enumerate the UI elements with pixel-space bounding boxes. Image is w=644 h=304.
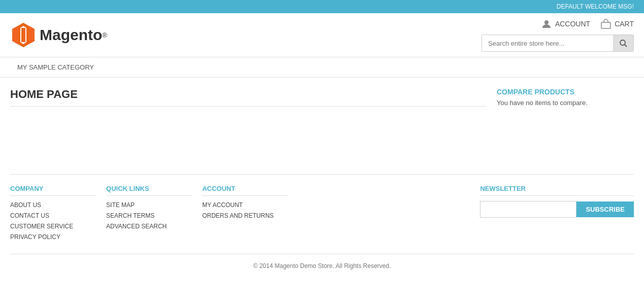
list-item: ABOUT US <box>10 201 96 209</box>
customer-service-link[interactable]: CUSTOMER SERVICE <box>10 223 73 230</box>
footer-col-newsletter: NEWSLETTER SUBSCRIBE <box>480 185 634 244</box>
list-item: PRIVACY POLICY <box>10 233 96 241</box>
account-link[interactable]: ACCOUNT <box>541 18 590 29</box>
footer-col-quick-links: QUICK LINKS SITE MAP SEARCH TERMS ADVANC… <box>106 185 202 244</box>
page-title-area: HOME PAGE <box>10 88 487 164</box>
footer-copyright: © 2014 Magento Demo Store. All Rights Re… <box>0 254 644 278</box>
header: Magento® ACCOUNT CART <box>0 13 644 57</box>
search-icon <box>619 39 627 47</box>
list-item: CONTACT US <box>10 212 96 219</box>
search-terms-link[interactable]: SEARCH TERMS <box>106 212 154 219</box>
my-account-link[interactable]: MY ACCOUNT <box>202 201 243 209</box>
svg-point-5 <box>544 20 549 24</box>
footer-col-account: ACCOUNT MY ACCOUNT ORDERS AND RETURNS <box>202 185 298 244</box>
main-content: HOME PAGE COMPARE PRODUCTS You have no i… <box>0 78 644 169</box>
subscribe-button[interactable]: SUBSCRIBE <box>576 201 634 217</box>
list-item: ADVANCED SEARCH <box>106 222 192 230</box>
account-label: ACCOUNT <box>555 20 590 28</box>
compare-products-text: You have no items to compare. <box>497 99 634 107</box>
logo-text-area: Magento® <box>40 26 107 44</box>
magento-logo-icon <box>10 22 37 48</box>
list-item: ORDERS AND RETURNS <box>202 212 288 219</box>
svg-rect-4 <box>23 28 25 42</box>
footer-account-links: MY ACCOUNT ORDERS AND RETURNS <box>202 201 288 219</box>
cart-link[interactable]: CART <box>600 18 634 29</box>
svg-point-7 <box>620 40 625 45</box>
site-map-link[interactable]: SITE MAP <box>106 201 135 209</box>
logo-text: Magento <box>40 26 102 43</box>
list-item: SEARCH TERMS <box>106 212 192 219</box>
privacy-policy-link[interactable]: PRIVACY POLICY <box>10 233 60 241</box>
header-right: ACCOUNT CART <box>481 18 634 52</box>
search-input[interactable] <box>482 36 613 51</box>
account-icon <box>541 18 552 29</box>
advanced-search-link[interactable]: ADVANCED SEARCH <box>106 223 167 230</box>
footer-col-company: COMPANY ABOUT US CONTACT US CUSTOMER SER… <box>10 185 106 244</box>
welcome-message: DEFAULT WELCOME MSG! <box>557 3 634 10</box>
header-actions: ACCOUNT CART <box>541 18 634 29</box>
search-button[interactable] <box>613 35 633 51</box>
footer-columns: COMPANY ABOUT US CONTACT US CUSTOMER SER… <box>0 175 644 254</box>
newsletter-email-input[interactable] <box>480 201 576 218</box>
newsletter-form: SUBSCRIBE <box>480 201 634 218</box>
footer-quicklinks-title: QUICK LINKS <box>106 185 192 196</box>
page-title: HOME PAGE <box>10 88 487 107</box>
footer-account-title: ACCOUNT <box>202 185 288 196</box>
footer-quicklinks-links: SITE MAP SEARCH TERMS ADVANCED SEARCH <box>106 201 192 230</box>
cart-label: CART <box>615 20 634 28</box>
compare-products-title: COMPARE PRODUCTS <box>497 88 634 96</box>
search-bar <box>481 35 634 52</box>
list-item: MY ACCOUNT <box>202 201 288 209</box>
about-us-link[interactable]: ABOUT US <box>10 201 41 209</box>
contact-us-link[interactable]: CONTACT US <box>10 212 49 219</box>
list-item: CUSTOMER SERVICE <box>10 222 96 230</box>
orders-returns-link[interactable]: ORDERS AND RETURNS <box>202 212 274 219</box>
svg-line-8 <box>625 45 627 47</box>
copyright-text: © 2014 Magento Demo Store. All Rights Re… <box>253 262 391 269</box>
newsletter-title: NEWSLETTER <box>480 185 634 196</box>
svg-rect-6 <box>601 22 610 28</box>
sidebar-right: COMPARE PRODUCTS You have no items to co… <box>487 88 634 164</box>
top-bar: DEFAULT WELCOME MSG! <box>0 0 644 13</box>
footer-col-spacer <box>298 185 480 244</box>
logo-sup: ® <box>102 31 107 39</box>
nav-bar: MY SAMPLE CATEGORY <box>0 57 644 78</box>
logo-area: Magento® <box>10 22 107 48</box>
list-item: SITE MAP <box>106 201 192 209</box>
footer-company-links: ABOUT US CONTACT US CUSTOMER SERVICE PRI… <box>10 201 96 241</box>
svg-rect-3 <box>21 28 23 42</box>
footer-company-title: COMPANY <box>10 185 96 196</box>
cart-icon <box>600 18 611 29</box>
nav-item-sample-category[interactable]: MY SAMPLE CATEGORY <box>10 57 101 77</box>
